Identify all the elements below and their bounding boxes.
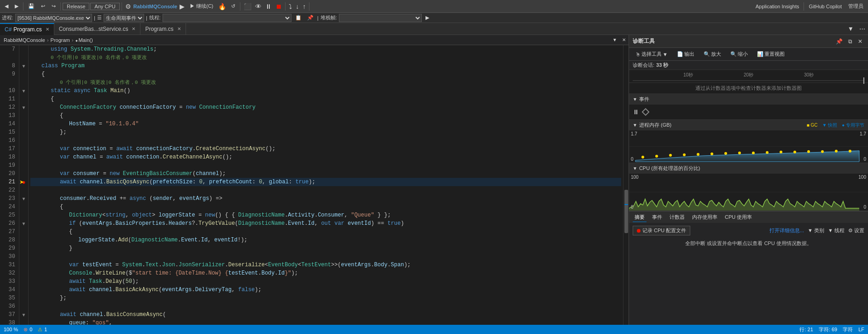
gutter-9 <box>19 70 28 78</box>
summary-tab-events[interactable]: 事件 <box>650 213 664 222</box>
open-detail-btn[interactable]: 打开详细信息... <box>769 227 804 234</box>
close-editor-btn[interactable]: ✕ <box>619 35 629 45</box>
collapse-12-icon[interactable]: ▼ <box>22 105 26 110</box>
save-button[interactable]: 💾 <box>25 2 37 10</box>
back-button[interactable]: ◀ <box>2 2 11 10</box>
status-warnings[interactable]: ⚠ 1 <box>38 327 47 333</box>
code-line-22 <box>30 186 621 194</box>
events-header[interactable]: ▼ 事件 <box>629 94 868 105</box>
code-area[interactable]: using System.Threading.Channels; 0 个引用|0… <box>29 45 623 334</box>
collapse-editor-btn[interactable]: ▼ <box>610 35 619 45</box>
code-line-21: await channel.BasicQosAsync(prefetchSize… <box>30 178 621 186</box>
collapse-10-icon[interactable]: ▼ <box>22 88 26 94</box>
thread-pin-btn[interactable]: 📌 <box>305 15 315 21</box>
code-line-26: if (eventArgs.BasicProperties.Headers?.T… <box>30 219 621 228</box>
cpu-dropdown[interactable]: Any CPU <box>90 3 119 10</box>
manage-button[interactable]: 管理员 <box>845 2 866 11</box>
status-encoding[interactable]: 字符 <box>843 326 853 333</box>
code-line-34: await channel.BasicAckAsync(eventArgs.De… <box>30 286 621 294</box>
diag-pin-btn[interactable]: 📌 <box>834 37 845 46</box>
status-errors[interactable]: ⊗ 0 <box>23 327 32 333</box>
event-select[interactable]: 生命周期事件 <box>104 14 144 22</box>
code-line-10: static async Task Main() <box>30 87 621 95</box>
thread-filter-btn[interactable]: ▼ 线程 <box>828 227 845 234</box>
code-line-15: }; <box>30 128 621 136</box>
diag-float-btn[interactable]: ⧉ <box>846 37 854 46</box>
code-line-25: Dictionary<string, object> loggerState =… <box>30 211 621 219</box>
editor-scrollbar[interactable] <box>623 45 629 334</box>
summary-tab-memory[interactable]: 内存使用率 <box>690 213 719 222</box>
editor-nav-buttons: ▼ ✕ <box>610 35 629 45</box>
summary-tab-cpu[interactable]: CPU 使用率 <box>723 213 754 222</box>
undo-button[interactable]: ↩ <box>38 2 48 10</box>
status-line[interactable]: 行: 21 <box>799 326 813 333</box>
settings-diag-btn[interactable]: ⚙ 设置 <box>848 227 864 234</box>
tab-close-3[interactable]: ✕ <box>177 26 181 31</box>
counter-hint: 通过从计数器选项中检查计数器来添加计数器图 <box>629 83 868 94</box>
diagnostics-title: 诊断工具 <box>633 37 832 45</box>
app-insights-button[interactable]: Application Insights <box>753 3 802 10</box>
collapse-23-icon[interactable]: ▼ <box>22 196 26 201</box>
app-name: RabbitMQConsole <box>134 4 177 9</box>
code-hint-2: 0 个引用|0 项更改|0 名作者，0 项更改 <box>30 78 621 87</box>
toolbar: ◀ ▶ 💾 ↩ ↪ Release Any CPU ⚙ RabbitMQCons… <box>0 0 868 13</box>
category-filter-btn[interactable]: ▼ 类别 <box>808 227 824 234</box>
ln-14: 14 <box>0 120 15 128</box>
gutter-35 <box>19 294 28 302</box>
tab-program-cs-2[interactable]: Program.cs ✕ <box>140 23 186 35</box>
tab-program-cs-1[interactable]: C# Program.cs ✕ <box>0 23 54 35</box>
gutter-34 <box>19 286 28 294</box>
output-label: 输出 <box>684 51 694 58</box>
code-line-8: class Program <box>30 62 621 70</box>
svg-point-12 <box>780 151 782 153</box>
zoom-in-btn[interactable]: 🔍 放大 <box>701 50 724 59</box>
more-tabs-btn[interactable]: ⋯ <box>856 25 868 32</box>
collapse-panel-btn[interactable]: ▼ <box>845 25 856 32</box>
forward-button[interactable]: ▶ <box>12 2 21 10</box>
gutter-36 <box>19 302 28 311</box>
svg-point-13 <box>793 151 796 153</box>
memory-header[interactable]: ▼ 进程内存 (GB) ■ GC ▼ 快照 ● 专用字节 <box>629 120 868 130</box>
warning-count: 1 <box>44 327 47 332</box>
collapse-26-icon[interactable]: ▼ <box>22 221 26 226</box>
gutter-31 <box>19 261 28 269</box>
reset-view-btn[interactable]: 📊 重置视图 <box>754 50 787 59</box>
record-cpu-button[interactable]: 记录 CPU 配置文件 <box>633 226 690 235</box>
status-line-ending[interactable]: LF <box>858 327 864 332</box>
tab-close-1[interactable]: ✕ <box>46 27 49 32</box>
restart-button[interactable]: ↺ <box>228 2 238 10</box>
output-btn[interactable]: 📄 输出 <box>674 50 697 59</box>
thread-select[interactable] <box>163 14 291 22</box>
time-axis-inner: 10秒 20秒 30秒 <box>633 71 864 82</box>
code-line-32: Console.WriteLine($"start time: {DateTim… <box>30 269 621 277</box>
summary-tab-summary[interactable]: 摘要 <box>633 213 647 222</box>
gutter-16 <box>19 136 28 145</box>
summary-tab-counters[interactable]: 计数器 <box>668 213 687 222</box>
ln-35: 35 <box>0 294 15 302</box>
ln-18: 18 <box>0 153 15 161</box>
process-select[interactable]: [9536] RabbitMQConsole.exe <box>15 14 92 22</box>
status-char[interactable]: 字符: 69 <box>819 326 837 333</box>
redo-button[interactable]: ↪ <box>49 2 58 10</box>
code-line-18: var channel = await connection.CreateCha… <box>30 153 621 161</box>
pause-events-btn[interactable]: ⏸ <box>633 108 639 116</box>
svg-point-2 <box>641 156 644 158</box>
github-copilot-button[interactable]: GitHub Copilot <box>806 3 845 10</box>
gutter-18 <box>19 153 28 161</box>
cpu-header[interactable]: ▼ CPU (所有处理器的百分比) <box>629 163 868 174</box>
collapse-37-icon[interactable]: ▼ <box>22 312 26 317</box>
thread-copy-btn[interactable]: 📋 <box>293 15 303 21</box>
status-zoom[interactable]: 100 % <box>4 327 18 332</box>
select-tool-btn[interactable]: 🖱 选择工具 ▼ <box>633 50 670 59</box>
tab-consumerbase[interactable]: ConsumerBas...stService.cs ✕ <box>54 23 141 35</box>
continue-button[interactable]: ▶ 继续(C) <box>187 2 216 11</box>
zoom-out-btn[interactable]: 🔍 缩小 <box>728 50 751 59</box>
diag-close-btn[interactable]: ✕ <box>856 37 864 46</box>
stack-select[interactable] <box>339 14 422 22</box>
collapse-8-icon[interactable]: ▼ <box>22 64 26 69</box>
more-btn[interactable]: ▶ <box>424 15 431 21</box>
release-button[interactable]: Release <box>63 3 89 10</box>
tab-close-2[interactable]: ✕ <box>132 26 135 31</box>
gutter-29 <box>19 244 28 252</box>
gutter-30 <box>19 252 28 261</box>
